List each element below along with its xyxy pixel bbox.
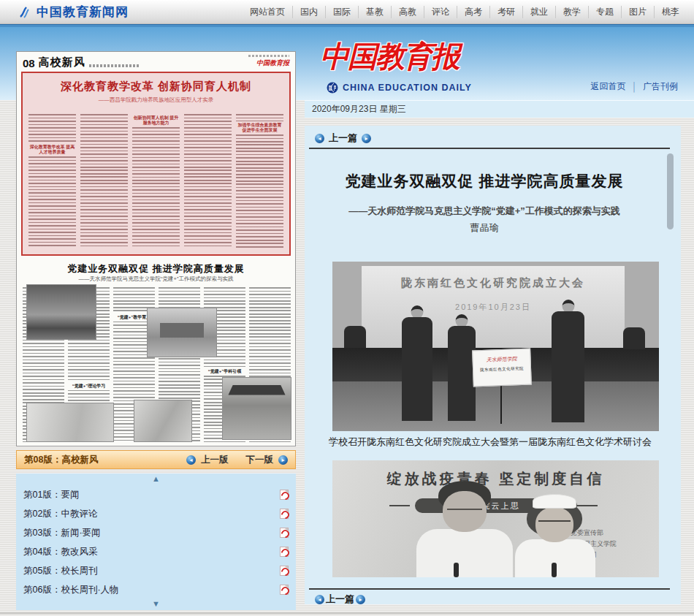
lead-article-box: 深化教育教学改革 创新协同育人机制 ——西昌学院戮力培养民族地区应用型人才实录 … (21, 72, 291, 256)
pdf-icon[interactable] (280, 528, 289, 538)
plaque-line2: 陇东南红色文化研究院 (473, 366, 530, 373)
edition-label[interactable]: 第01版：要闻 (23, 489, 79, 501)
nav-comment[interactable]: 评论 (424, 6, 457, 18)
masthead-links: 返回首页 │ 广告刊例 (591, 80, 679, 93)
article-photo-online-lesson: 绽放战疫青春 坚定制度自信 学院云上思 党委宣传部 马克思主义学院 水分公司 (332, 460, 659, 577)
mini-photo-temple-group (222, 377, 291, 440)
edition-row-05[interactable]: 第05版：校长周刊 (16, 561, 296, 580)
newsprint-column (184, 114, 232, 248)
pdf-icon[interactable] (280, 585, 289, 595)
prev-article-link[interactable]: 上一篇 (329, 132, 357, 145)
scroll-down-arrow[interactable]: ▼ (16, 599, 296, 610)
newsprint-column: 创新协同育人机制 提升服务地方能力 (132, 114, 180, 248)
second-article-headline: 党建业务双融双促 推进学院高质量发展 (17, 262, 295, 275)
nav-basic-edu[interactable]: 基教 (358, 6, 391, 18)
nav-jobs[interactable]: 就业 (522, 6, 555, 18)
standing-person (552, 300, 584, 422)
nav-teaching[interactable]: 教学 (555, 6, 588, 18)
mini-masthead-dateline (248, 55, 289, 57)
editions-list-panel: ▲ 第01版：要闻 第02版：中教评论 第03版：新闻·要闻 第04版：教改风采… (16, 474, 296, 610)
edition-label[interactable]: 第03版：新闻·要闻 (23, 527, 101, 539)
newsprint-text-lines (236, 134, 283, 248)
article-photo-founding-ceremony: 陇东南红色文化研究院成立大会 2019年10月23日 天水师范学院 陇东南红色文… (332, 262, 659, 431)
edition-pager-bar: 第08版：高校新风 ◂ 上一版 下一版 ▸ (16, 450, 296, 469)
pdf-icon[interactable] (280, 547, 289, 557)
nav-home[interactable]: 网站首页 (243, 6, 292, 18)
next-edition-button[interactable]: 下一版 (246, 454, 274, 466)
nav-international[interactable]: 国际 (325, 6, 358, 18)
mini-photo-broadcast (134, 400, 192, 442)
nav-photos[interactable]: 图片 (621, 6, 654, 18)
article-title: 党建业务双融双促 推进学院高质量发展 (305, 171, 664, 191)
seated-person (344, 326, 366, 348)
scroll-up-arrow[interactable]: ▲ (16, 474, 296, 485)
edition-row-03[interactable]: 第03版：新闻·要闻 (16, 523, 296, 542)
pdf-icon[interactable] (280, 566, 289, 576)
lead-subhead: ——西昌学院戮力培养民族地区应用型人才实录 (23, 96, 289, 104)
article-nav-bottom: ◂ 上一篇 ▸ (315, 593, 365, 606)
article-subtitle: ——天水师范学院马克思主义学院“党建+”工作模式的探索与实践 (305, 205, 664, 218)
projection-screen: 陇东南红色文化研究院成立大会 2019年10月23日 (362, 266, 625, 352)
standing-person (402, 305, 432, 421)
edition-row-01[interactable]: 第01版：要闻 (16, 485, 296, 504)
site-logo[interactable]: 中国教育新闻网 (18, 4, 129, 20)
photo1-banner-date: 2019年10月23日 (362, 302, 625, 313)
nav-higher-edu[interactable]: 高教 (391, 6, 424, 18)
edition-row-06[interactable]: 第06版：校长周刊·人物 (16, 580, 296, 599)
link-separator: │ (632, 82, 638, 92)
newsprint-text-lines (80, 114, 128, 248)
lead-columns: 深化教育教学改革 提高人才培养质量 创新协同育人机制 提升服务地方能力 加强学生… (28, 114, 283, 248)
main-nav: 网站首页 国内 国际 基教 高教 评论 高考 考研 就业 教学 专题 图片 桃李 (243, 0, 687, 24)
nav-taoli[interactable]: 桃李 (654, 6, 687, 18)
edition-row-04[interactable]: 第04版：教改风采 (16, 542, 296, 561)
nav-gaokao[interactable]: 高考 (457, 6, 489, 18)
edition-label[interactable]: 第04版：教改风采 (23, 546, 97, 558)
page-number: 08 (23, 57, 35, 69)
masthead-english: CHINA EDUCATION DAILY (343, 83, 472, 93)
nav-kaoyan[interactable]: 考研 (489, 6, 522, 18)
next-article-icon[interactable]: ▸ (362, 134, 371, 143)
newsprint-column: 加强学生综合素质教育 促进学生全面发展 (236, 114, 283, 248)
scrollbar-thumb[interactable] (667, 153, 674, 229)
prev-article-icon[interactable]: ◂ (315, 134, 324, 143)
second-article-subhead: ——天水师范学院马克思主义学院“党建+”工作模式的探索与实践 (17, 275, 295, 283)
pdf-icon[interactable] (280, 490, 289, 500)
lead-col-heading: 深化教育教学改革 提高人才培养质量 (28, 143, 76, 156)
newspaper-masthead: 中国教育报 (313, 37, 466, 77)
prev-edition-icon[interactable]: ◂ (186, 455, 196, 465)
photo1-floor (332, 381, 659, 431)
newspaper-page-preview[interactable]: 08 高校新风 中国教育报 深化教育教学改革 创新协同育人机制 ——西昌学院戮力… (16, 51, 296, 446)
mini-photo-interview (26, 403, 114, 442)
mini-masthead-logo: 中国教育报 (248, 58, 289, 68)
next-edition-icon[interactable]: ▸ (278, 455, 288, 465)
prev-edition-button[interactable]: 上一版 (201, 454, 229, 466)
edition-label[interactable]: 第02版：中教评论 (23, 508, 97, 520)
pdf-icon[interactable] (280, 509, 289, 519)
nav-domestic[interactable]: 国内 (292, 6, 325, 18)
mini-masthead: 中国教育报 (248, 55, 289, 68)
edition-label[interactable]: 第05版：校长周刊 (23, 565, 97, 577)
prev-article-link[interactable]: 上一篇 (326, 593, 354, 606)
plaque-line1: 天水师范学院 (473, 355, 530, 365)
page-header-meta-lines (89, 64, 140, 67)
section-heading: “党建+”理论学习 (68, 382, 110, 390)
photo1-caption: 学校召开陇东南红色文化研究院成立大会暨第一届陇东南红色文化学术研讨会 (329, 436, 652, 449)
mini-photo-meeting (26, 284, 96, 340)
site-logo-text: 中国教育新闻网 (37, 4, 129, 20)
newsprint-text-lines (236, 114, 283, 121)
article-author: 曹晶瑜 (305, 221, 664, 235)
plaque-easel (500, 386, 502, 424)
mini-photo-building (147, 308, 217, 357)
lead-headline: 深化教育教学改革 创新协同育人机制 (23, 80, 289, 94)
microphone (552, 563, 557, 577)
article-divider-bottom (309, 588, 670, 590)
nav-special[interactable]: 专题 (588, 6, 621, 18)
back-home-link[interactable]: 返回首页 (591, 80, 626, 93)
unveiled-plaque: 天水师范学院 陇东南红色文化研究院 (472, 349, 532, 387)
next-article-icon[interactable]: ▸ (356, 595, 365, 604)
edition-label[interactable]: 第06版：校长周刊·人物 (23, 584, 119, 596)
seated-person (623, 327, 645, 349)
prev-article-icon[interactable]: ◂ (315, 595, 324, 604)
ad-rates-link[interactable]: 广告刊例 (643, 80, 678, 93)
edition-row-02[interactable]: 第02版：中教评论 (16, 504, 296, 523)
